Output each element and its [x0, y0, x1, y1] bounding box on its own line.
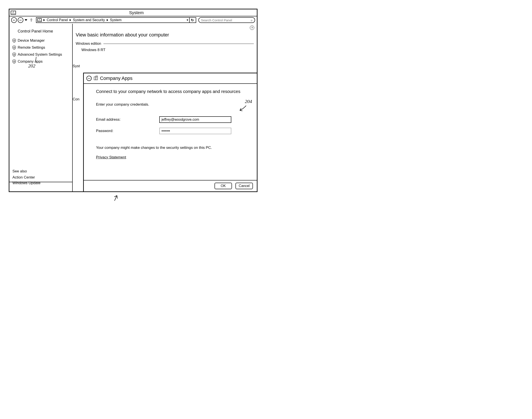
shield-icon	[13, 52, 16, 56]
security-notice: Your company might make changes to the s…	[96, 145, 245, 150]
email-row: Email address:	[96, 116, 245, 123]
control-panel-home-link[interactable]: Control Panel Home	[18, 29, 69, 34]
dialog-headline: Connect to your company network to acces…	[96, 89, 245, 94]
password-field[interactable]	[159, 128, 231, 134]
annotation-202: 202	[28, 63, 35, 69]
sidebar-item-remote-settings[interactable]: Remote Settings	[13, 45, 69, 50]
section-label: Windows edition	[76, 42, 101, 46]
dialog-instruction: Enter your company credentials.	[96, 102, 245, 107]
see-also-action-center[interactable]: Action Center	[13, 175, 69, 180]
section-divider	[104, 44, 254, 44]
search-box[interactable]: ⌕	[198, 17, 255, 23]
dialog-footer: OK Cancel	[84, 180, 257, 191]
control-panel-icon: ✔	[11, 11, 16, 15]
address-dropdown-icon[interactable]: ▼	[186, 19, 189, 22]
up-button[interactable]: ⇧	[29, 18, 34, 23]
page-title: View basic information about your comput…	[76, 32, 254, 38]
dialog-title: Company Apps	[100, 76, 132, 81]
address-bar[interactable]: ✔ Control Panel System and Security Syst…	[36, 17, 196, 23]
toolbar: ⇦ ⇨ ⇧ ✔ Control Panel System and Securit…	[9, 16, 257, 24]
annotation-arrow-icon	[238, 105, 247, 112]
annotation-204: 204	[245, 99, 252, 104]
sidebar-item-company-apps[interactable]: Company apps	[13, 59, 69, 64]
chevron-right-icon	[107, 19, 108, 21]
privacy-statement-link[interactable]: Privacy Statement	[96, 155, 126, 159]
password-label: Password:	[96, 129, 159, 133]
partial-text-con: Con	[73, 97, 79, 102]
annotation-arrow-icon	[111, 194, 120, 201]
chevron-right-icon	[70, 19, 71, 21]
windows-edition-value: Windows 8 RT	[81, 48, 254, 52]
system-window: ✔ System ⇦ ⇨ ⇧ ✔ Control Panel System an…	[9, 9, 258, 192]
titlebar: ✔ System	[9, 9, 257, 16]
status-bar	[9, 182, 73, 191]
breadcrumb-1[interactable]: System and Security	[73, 18, 105, 22]
password-row: Password:	[96, 128, 245, 134]
email-field[interactable]	[159, 116, 231, 123]
company-apps-dialog: ⇦ Company Apps Connect to your company n…	[83, 73, 257, 191]
refresh-button[interactable]: ↻	[189, 17, 195, 23]
sidebar-item-advanced-settings[interactable]: Advanced System Settings	[13, 52, 69, 57]
dialog-body: Connect to your company network to acces…	[84, 84, 257, 180]
ok-button[interactable]: OK	[215, 183, 232, 189]
section-windows-edition: Windows edition	[76, 42, 254, 46]
shield-icon	[13, 46, 16, 50]
breadcrumb-2[interactable]: System	[110, 18, 122, 22]
sidebar-item-label: Device Manager	[18, 39, 45, 43]
dialog-back-button[interactable]: ⇦	[86, 76, 92, 81]
sidebar: Control Panel Home Device Manager Remote…	[9, 24, 73, 191]
sidebar-item-label: Remote Settings	[18, 45, 45, 50]
address-icon: ✔	[37, 18, 42, 22]
see-also-title: See also	[13, 169, 69, 173]
building-icon	[94, 76, 98, 81]
partial-text-syst: Syst	[73, 64, 80, 68]
window-title: System	[16, 10, 257, 15]
dialog-header: ⇦ Company Apps	[84, 73, 257, 84]
sidebar-item-device-manager[interactable]: Device Manager	[13, 39, 69, 43]
email-label: Email address:	[96, 118, 159, 122]
breadcrumb-0[interactable]: Control Panel	[47, 18, 68, 22]
history-dropdown-icon[interactable]	[25, 19, 27, 21]
shield-icon	[13, 60, 16, 64]
svg-rect-0	[94, 77, 96, 80]
sidebar-item-label: Advanced System Settings	[18, 52, 62, 57]
search-input[interactable]	[201, 18, 251, 22]
chevron-right-icon	[43, 19, 45, 21]
back-button[interactable]: ⇦	[11, 17, 17, 23]
forward-button[interactable]: ⇨	[18, 17, 23, 23]
shield-icon	[13, 39, 16, 42]
help-icon[interactable]: ?	[250, 26, 254, 30]
cancel-button[interactable]: Cancel	[235, 183, 253, 189]
search-icon: ⌕	[251, 18, 252, 22]
